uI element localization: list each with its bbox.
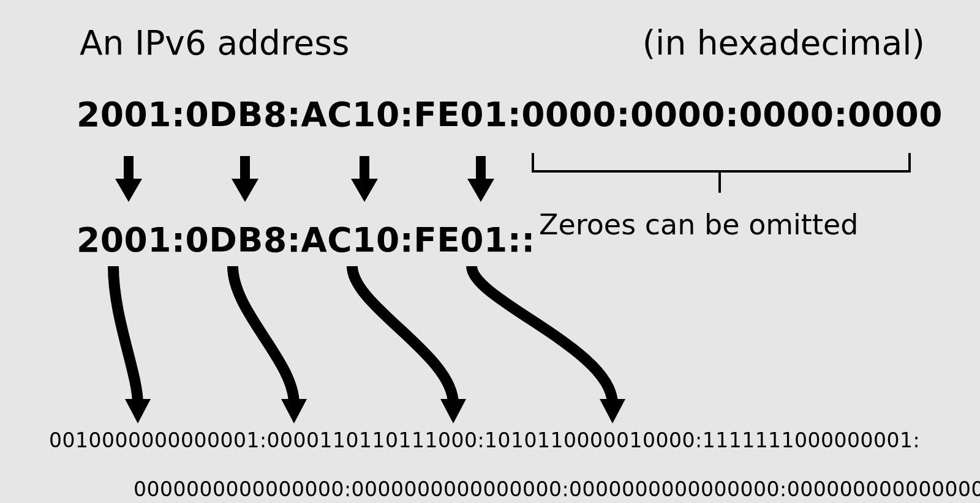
svg-marker-3: [232, 179, 258, 202]
zeroes-omitted-label: Zeroes can be omitted: [539, 208, 858, 241]
bracket-icon: [533, 153, 910, 193]
curve-arrow-icon: [352, 266, 453, 404]
curve-arrow-icon: [472, 266, 612, 404]
title-left: An IPv6 address: [80, 23, 349, 62]
curve-arrow-icon: [113, 266, 138, 404]
ipv6-hex-short: 2001:0DB8:AC10:FE01::: [77, 220, 535, 259]
down-arrow-icon: [467, 156, 494, 202]
down-arrow-icon: [115, 156, 142, 202]
svg-marker-1: [115, 179, 142, 202]
svg-marker-8: [125, 399, 151, 423]
title-right: (in hexadecimal): [643, 23, 925, 62]
curve-arrow-icon: [233, 266, 294, 404]
svg-marker-9: [281, 399, 307, 423]
svg-marker-11: [600, 399, 625, 423]
ipv6-binary-line1: 0010000000000001:0000110110111000:101011…: [49, 428, 920, 452]
ipv6-hex-full: 2001:0DB8:AC10:FE01:0000:0000:0000:0000: [77, 95, 943, 134]
down-arrow-icon: [232, 156, 258, 202]
svg-marker-5: [351, 179, 378, 202]
down-arrow-icon: [351, 156, 378, 202]
svg-marker-7: [467, 179, 494, 202]
ipv6-binary-line2: 0000000000000000:0000000000000000:000000…: [134, 477, 980, 501]
svg-marker-10: [440, 399, 466, 423]
